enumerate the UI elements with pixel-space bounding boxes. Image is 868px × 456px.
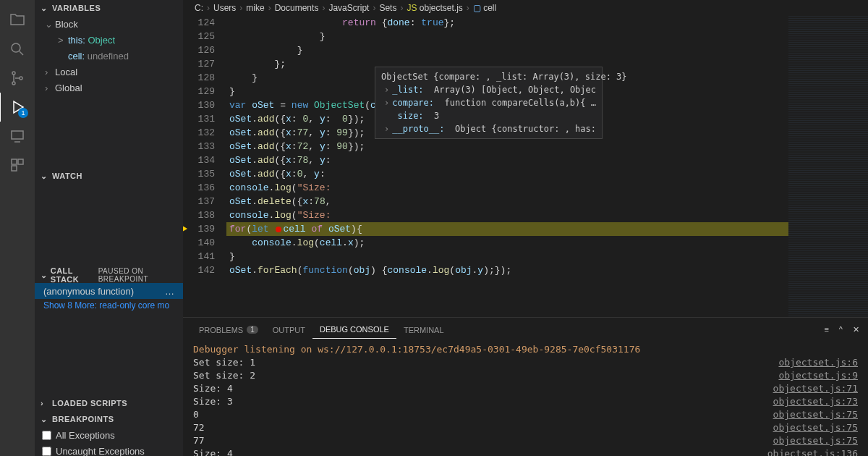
breadcrumb-segment[interactable]: mike xyxy=(246,3,264,13)
code-line[interactable]: oSet.add({x:0, y: xyxy=(226,167,788,181)
code-line[interactable]: oSet.add({x:78, y: xyxy=(226,153,788,167)
tab-terminal[interactable]: TERMINAL xyxy=(396,321,451,339)
breadcrumb-segment[interactable]: Sets xyxy=(379,3,396,13)
svg-rect-7 xyxy=(12,166,17,171)
panel-filter-icon[interactable]: ≡ xyxy=(824,325,828,334)
tab-problems[interactable]: PROBLEMS1 xyxy=(192,321,265,339)
watch-header[interactable]: ⌄WATCH xyxy=(35,168,183,184)
callstack-more-link[interactable]: Show 8 More: read-only core mo xyxy=(35,299,183,312)
explorer-icon[interactable] xyxy=(0,6,35,35)
code-line[interactable]: oSet.add({x:72, y: 90}); xyxy=(226,140,788,153)
hover-title: ObjectSet {compare: , _list: Array(3), s… xyxy=(381,70,596,83)
callstack-header[interactable]: ⌄CALL STACKPAUSED ON BREAKPOINT xyxy=(35,267,183,283)
breakpoint-dot-icon xyxy=(276,227,281,232)
variable-row[interactable]: >this: Object xyxy=(35,32,183,48)
breadcrumb[interactable]: C:›Users›mike›Documents›JavaScript›Sets›… xyxy=(183,0,868,16)
hover-property[interactable]: size: 3 xyxy=(381,109,596,122)
extensions-icon[interactable] xyxy=(0,151,35,180)
bottom-panel: PROBLEMS1 OUTPUT DEBUG CONSOLE TERMINAL … xyxy=(183,317,868,456)
console-source-link[interactable]: objectset.js:75 xyxy=(773,421,858,434)
breakpoints-header[interactable]: ⌄BREAKPOINTS xyxy=(35,411,183,427)
code-line[interactable]: console.log("Size: xyxy=(226,181,788,195)
scope-local[interactable]: ›Local xyxy=(35,64,183,80)
variable-row[interactable]: cell: undefined xyxy=(35,48,183,64)
panel-close-icon[interactable]: ✕ xyxy=(853,325,859,334)
debug-console-output[interactable]: Debugger listening on ws://127.0.0.1:187… xyxy=(183,342,868,456)
breakpoint-checkbox[interactable] xyxy=(42,431,51,440)
code-content[interactable]: ObjectSet {compare: , _list: Array(3), s… xyxy=(226,16,788,317)
panel-tabs: PROBLEMS1 OUTPUT DEBUG CONSOLE TERMINAL … xyxy=(183,318,868,342)
variables-tree: ⌄Block>this: Objectcell: undefined›Local… xyxy=(35,16,183,96)
breakpoint-option[interactable]: Uncaught Exceptions xyxy=(35,443,183,456)
console-line: Set size: 1objectset.js:6 xyxy=(193,356,858,369)
console-line: Size: 4objectset.js:136 xyxy=(193,447,858,456)
svg-point-1 xyxy=(12,72,15,75)
breakpoint-option[interactable]: All Exceptions xyxy=(35,427,183,443)
tab-output[interactable]: OUTPUT xyxy=(265,321,312,339)
hover-property[interactable]: ›__proto__: Object {constructor: , has: … xyxy=(381,122,596,135)
minimap[interactable] xyxy=(788,16,868,317)
console-source-link[interactable]: objectset.js:9 xyxy=(778,369,858,382)
debug-badge: 1 xyxy=(18,108,28,118)
console-line: Size: 4objectset.js:71 xyxy=(193,382,858,395)
code-line[interactable]: oSet.forEach(function(obj) {console.log(… xyxy=(226,263,788,277)
svg-point-3 xyxy=(20,77,22,80)
console-line: Size: 3objectset.js:73 xyxy=(193,395,858,408)
breadcrumb-segment[interactable]: ▢ cell xyxy=(473,3,496,13)
remote-icon[interactable] xyxy=(0,122,35,151)
console-line: 0objectset.js:75 xyxy=(193,408,858,421)
breakpoint-checkbox[interactable] xyxy=(42,447,51,456)
code-line[interactable]: } xyxy=(226,30,788,43)
breadcrumb-segment[interactable]: Users xyxy=(213,3,236,13)
breadcrumb-segment[interactable]: Documents xyxy=(275,3,319,13)
code-line[interactable]: for(let cell of oSet){ xyxy=(226,222,788,236)
hover-property[interactable]: ›_list: Array(3) [Object, Object, Object… xyxy=(381,83,596,96)
code-line[interactable]: return {done: true}; xyxy=(226,16,788,30)
console-source-link[interactable]: objectset.js:6 xyxy=(778,356,858,369)
code-line[interactable]: oSet.delete({x:78, xyxy=(226,195,788,208)
breadcrumb-segment[interactable]: C: xyxy=(195,3,203,13)
loaded-scripts-header[interactable]: ›LOADED SCRIPTS xyxy=(35,395,183,411)
tab-debug-console[interactable]: DEBUG CONSOLE xyxy=(312,321,396,339)
breadcrumb-segment[interactable]: JS objectset.js xyxy=(407,3,462,13)
debug-hover-tooltip: ObjectSet {compare: , _list: Array(3), s… xyxy=(375,67,603,139)
console-source-link[interactable]: objectset.js:75 xyxy=(773,408,858,421)
console-source-link[interactable]: objectset.js:75 xyxy=(773,434,858,447)
debug-sidebar: ⌄VARIABLES ⌄Block>this: Objectcell: unde… xyxy=(35,0,183,456)
console-line: Set size: 2objectset.js:9 xyxy=(193,369,858,382)
hover-property[interactable]: ›compare: function compareCells(a,b){ … … xyxy=(381,96,596,109)
svg-rect-4 xyxy=(12,131,23,139)
svg-rect-5 xyxy=(12,159,17,164)
search-icon[interactable] xyxy=(0,35,35,64)
console-source-link[interactable]: objectset.js:71 xyxy=(773,382,858,395)
callstack-frame[interactable]: (anonymous function)… xyxy=(35,283,183,299)
code-line[interactable]: } xyxy=(226,250,788,263)
editor-group: C:›Users›mike›Documents›JavaScript›Sets›… xyxy=(183,0,868,456)
svg-point-0 xyxy=(12,43,20,52)
console-line: 72objectset.js:75 xyxy=(193,421,858,434)
breadcrumb-segment[interactable]: JavaScript xyxy=(328,3,369,13)
source-control-icon[interactable] xyxy=(0,64,35,93)
scope-block[interactable]: ⌄Block xyxy=(35,16,183,32)
code-line[interactable]: } xyxy=(226,43,788,57)
console-line: Debugger listening on ws://127.0.0.1:187… xyxy=(193,343,858,356)
variables-header[interactable]: ⌄VARIABLES xyxy=(35,0,183,16)
console-source-link[interactable]: objectset.js:73 xyxy=(773,395,858,408)
code-editor[interactable]: 1241251261271281291301311321331341351361… xyxy=(183,16,868,317)
svg-rect-6 xyxy=(18,159,23,164)
panel-maximize-icon[interactable]: ^ xyxy=(839,325,843,334)
console-line: 77objectset.js:75 xyxy=(193,434,858,447)
code-line[interactable]: console.log(cell.x); xyxy=(226,236,788,250)
activity-bar: 1 xyxy=(0,0,35,456)
line-gutter: 1241251261271281291301311321331341351361… xyxy=(183,16,226,317)
svg-point-2 xyxy=(12,82,15,85)
debug-icon[interactable]: 1 xyxy=(0,93,34,122)
code-line[interactable]: console.log("Size: xyxy=(226,208,788,222)
breakpoint-indicator-icon xyxy=(183,224,187,233)
scope-global[interactable]: ›Global xyxy=(35,80,183,96)
console-source-link[interactable]: objectset.js:136 xyxy=(767,447,858,456)
